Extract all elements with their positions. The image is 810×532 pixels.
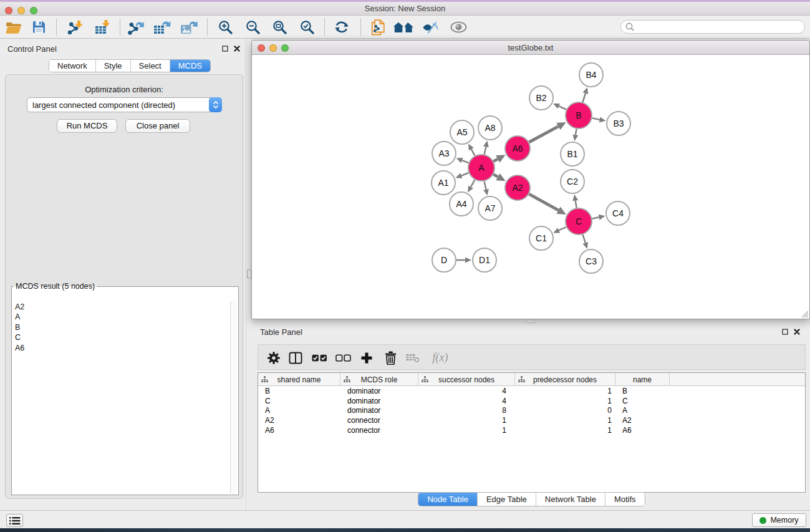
select-all-button[interactable]: [310, 349, 329, 366]
graph-edge-C-C2[interactable]: [576, 201, 577, 208]
column-header[interactable]: shared name: [258, 373, 340, 386]
column-header[interactable]: name: [615, 373, 670, 386]
graph-edge-A-A7[interactable]: [485, 181, 486, 190]
horizontal-splitter-handle[interactable]: [526, 320, 536, 323]
graph-edge-A-A6[interactable]: [493, 159, 498, 162]
column-header[interactable]: predecessor nodes: [515, 373, 615, 386]
graph-node-C[interactable]: C: [566, 208, 592, 235]
graph-edge-A6-B[interactable]: [529, 127, 558, 142]
zoom-fit-button[interactable]: [268, 17, 291, 37]
minimize-network-button[interactable]: [269, 44, 277, 52]
graph-node-C2[interactable]: C2: [561, 170, 584, 193]
close-panel-icon[interactable]: [234, 46, 240, 52]
graph-edge-C-C3[interactable]: [583, 235, 586, 243]
tab-motifs[interactable]: Motifs: [605, 493, 645, 506]
list-item[interactable]: C: [14, 332, 229, 342]
tab-network[interactable]: Network: [49, 60, 95, 72]
graph-node-B[interactable]: B: [566, 102, 592, 128]
deselect-all-button[interactable]: [334, 349, 352, 366]
graph-node-C1[interactable]: C1: [529, 226, 553, 250]
optimization-select[interactable]: largest connected component (directed): [27, 97, 222, 112]
close-window-button[interactable]: [5, 7, 12, 14]
delete-table-button[interactable]: [403, 349, 422, 366]
table-row[interactable]: Adominator80A: [258, 406, 805, 416]
graph-node-B4[interactable]: B4: [579, 63, 603, 87]
zoom-in-button[interactable]: [214, 17, 236, 37]
float-panel-icon[interactable]: [222, 46, 228, 52]
tab-style[interactable]: Style: [95, 60, 130, 72]
graph-node-A4[interactable]: A4: [450, 192, 473, 216]
list-item[interactable]: B: [14, 322, 229, 332]
graph-node-A1[interactable]: A1: [432, 171, 455, 195]
tab-network-table[interactable]: Network Table: [536, 493, 605, 506]
table-settings-button[interactable]: [264, 349, 283, 366]
zoom-selected-button[interactable]: [296, 17, 318, 37]
table-row[interactable]: Cdominator41C: [258, 396, 805, 406]
graph-node-D[interactable]: D: [432, 248, 456, 272]
task-history-button[interactable]: [6, 514, 23, 527]
graph-edge-C-C1[interactable]: [559, 227, 566, 230]
panel-divider[interactable]: [246, 39, 246, 510]
graph-node-A5[interactable]: A5: [450, 120, 474, 144]
graph-edge-A-A8[interactable]: [485, 147, 486, 154]
export-network-button[interactable]: [125, 17, 147, 37]
add-column-button[interactable]: [357, 349, 376, 366]
graph-node-A8[interactable]: A8: [478, 116, 502, 140]
graph-node-A3[interactable]: A3: [432, 142, 456, 165]
graph-edge-B-B3[interactable]: [592, 118, 600, 119]
import-network-button[interactable]: [64, 17, 86, 37]
tab-edge-table[interactable]: Edge Table: [477, 493, 536, 506]
graph-node-C4[interactable]: C4: [606, 201, 630, 225]
minimize-window-button[interactable]: [17, 7, 25, 14]
result-scrollbar[interactable]: [230, 301, 237, 493]
graph-node-B1[interactable]: B1: [561, 142, 584, 166]
graph-edge-C-C4[interactable]: [592, 217, 599, 218]
graph-node-B3[interactable]: B3: [607, 112, 630, 135]
graph-edge-A-A2[interactable]: [493, 175, 498, 177]
network-canvas[interactable]: B4B2BB3A5A8A6B1A3AC2A1A2A4A7C4CC1C3DD1: [252, 55, 809, 319]
resize-grip-icon[interactable]: [801, 310, 809, 318]
graph-node-A[interactable]: A: [468, 155, 494, 181]
column-header[interactable]: successor nodes: [418, 373, 515, 386]
tab-mcds[interactable]: MCDS: [170, 60, 210, 72]
save-session-button[interactable]: [27, 17, 50, 37]
graph-edge-A-A3[interactable]: [462, 160, 469, 163]
list-item[interactable]: A2: [14, 302, 229, 312]
graph-edge-A-A4[interactable]: [471, 180, 475, 187]
import-table-button[interactable]: [92, 17, 114, 37]
table-row[interactable]: A6connector11A6: [258, 425, 805, 435]
graph-node-C3[interactable]: C3: [579, 249, 603, 273]
search-input[interactable]: [620, 20, 805, 34]
graph-node-B2[interactable]: B2: [529, 86, 553, 110]
list-item[interactable]: A6: [14, 343, 229, 353]
zoom-out-button[interactable]: [241, 17, 264, 37]
close-panel-button[interactable]: Close panel: [125, 119, 190, 133]
refresh-view-button[interactable]: [330, 17, 353, 37]
run-mcds-button[interactable]: Run MCDS: [57, 119, 117, 133]
close-panel-icon[interactable]: [794, 329, 800, 335]
table-row[interactable]: Bdominator41B: [258, 386, 805, 396]
column-header[interactable]: MCDS role: [340, 373, 418, 386]
home-layout-button[interactable]: [392, 17, 415, 37]
float-panel-icon[interactable]: [782, 329, 788, 335]
export-image-button[interactable]: [178, 17, 200, 37]
split-table-button[interactable]: [286, 349, 305, 366]
graph-edge-B-B4[interactable]: [582, 94, 585, 102]
splitter-handle[interactable]: [247, 269, 251, 278]
zoom-window-button[interactable]: [30, 7, 37, 14]
network-from-selection-button[interactable]: [367, 17, 389, 37]
open-session-button[interactable]: [2, 17, 25, 37]
graph-node-A7[interactable]: A7: [478, 196, 502, 220]
zoom-network-button[interactable]: [281, 44, 289, 52]
graph-edge-B-B1[interactable]: [576, 129, 577, 135]
table-row[interactable]: A2connector11A2: [258, 415, 805, 425]
graph-node-D1[interactable]: D1: [473, 248, 496, 272]
graph-edge-A-A5[interactable]: [471, 149, 475, 155]
birdseye-view-button[interactable]: [447, 17, 470, 37]
delete-column-button[interactable]: [381, 349, 400, 366]
show-hide-panels-button[interactable]: [419, 17, 441, 37]
function-builder-button[interactable]: f(x): [428, 349, 453, 366]
graph-edge-A2-C[interactable]: [529, 194, 558, 210]
graph-node-A2[interactable]: A2: [505, 175, 530, 200]
graph-edge-B-B2[interactable]: [559, 106, 566, 110]
